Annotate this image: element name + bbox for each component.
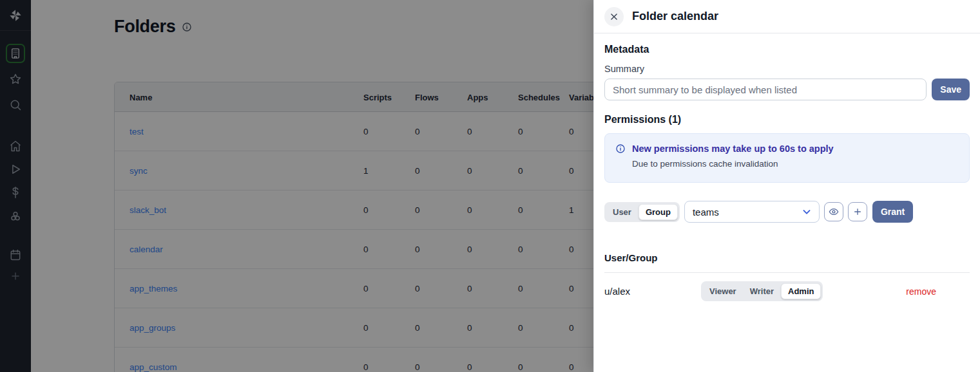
group-select[interactable]: teams [684,201,820,223]
drawer-header: Folder calendar [594,0,980,33]
grant-controls: User Group teams [604,201,970,223]
role-viewer-button[interactable]: Viewer [703,283,743,299]
permissions-info-banner: New permissions may take up to 60s to ap… [604,133,970,183]
close-icon [610,12,619,21]
group-select-value: teams [693,207,719,218]
remove-permission-button[interactable]: remove [906,286,936,297]
folder-drawer: Folder calendar Metadata Summary Save Pe… [593,0,980,372]
entry-name: u/alex [604,286,701,297]
chevron-down-icon [801,206,812,218]
banner-subtitle: Due to permissions cache invalidation [632,159,959,169]
save-button[interactable]: Save [932,79,970,100]
user-group-list-heading: User/Group [604,252,970,263]
user-group-toggle: User Group [604,202,680,222]
role-toggle: Viewer Writer Admin [701,281,823,301]
summary-input[interactable] [604,79,927,100]
add-group-button[interactable] [848,202,867,221]
summary-label: Summary [604,64,970,74]
app-window: Folders Name Scripts Flows Apps Schedule… [0,0,980,372]
permissions-heading: Permissions (1) [604,114,970,126]
toggle-user-button[interactable]: User [606,204,638,220]
banner-title: New permissions may take up to 60s to ap… [632,144,834,154]
role-admin-button[interactable]: Admin [781,283,821,299]
role-writer-button[interactable]: Writer [744,283,780,299]
grant-button[interactable]: Grant [872,201,913,223]
permission-entry: u/alex Viewer Writer Admin remove [604,273,970,301]
metadata-heading: Metadata [604,44,970,55]
preview-permissions-button[interactable] [824,202,843,221]
eye-icon [829,207,839,217]
drawer-title: Folder calendar [632,10,718,23]
info-icon [615,144,626,154]
plus-icon [852,207,863,217]
toggle-group-button[interactable]: Group [639,204,678,220]
close-button[interactable] [604,7,624,26]
